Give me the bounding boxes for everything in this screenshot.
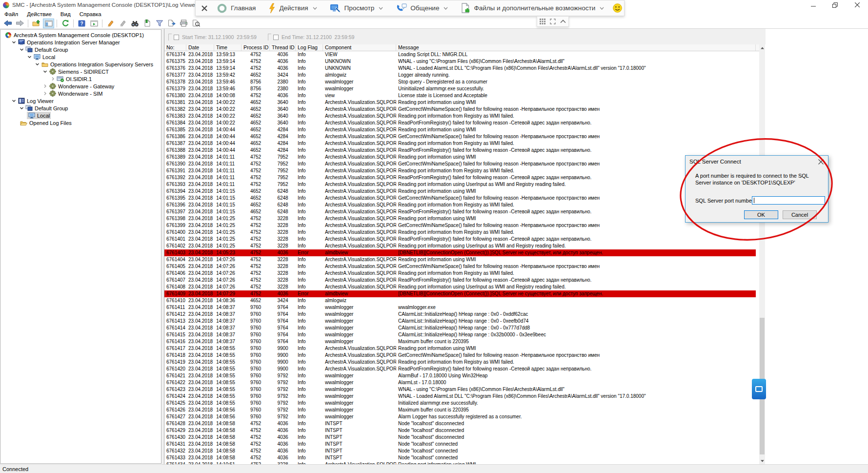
expand-icon[interactable] xyxy=(550,19,556,24)
chevron-down-icon[interactable] xyxy=(11,40,17,45)
export-page-button[interactable] xyxy=(166,19,177,28)
log-row[interactable]: 676139323.04.201814:01:1147527952InfoArc… xyxy=(164,181,756,188)
column-header-time[interactable]: Time xyxy=(214,44,242,51)
log-row[interactable]: 676137623.04.201813:59:1447524036InfoUNK… xyxy=(164,65,756,72)
assist-menu-view[interactable]: Просмотр xyxy=(325,0,388,16)
log-row[interactable]: 676140023.04.201814:01:2547523228InfoArc… xyxy=(164,229,756,236)
chevron-right-icon[interactable] xyxy=(50,76,56,82)
tree-item-default-group-1[interactable]: Default Group xyxy=(0,46,161,53)
log-row[interactable]: 676139023.04.201814:01:1147527952InfoArc… xyxy=(164,161,756,167)
tree-item-siemens-sidirect[interactable]: Siemens - SIDIRECT xyxy=(0,68,161,75)
log-row[interactable]: 676142423.04.201814:08:5597609792Infowwa… xyxy=(164,393,756,400)
vertical-scrollbar[interactable] xyxy=(759,44,765,464)
log-row[interactable]: 676138623.04.201814:00:4446524284InfoArc… xyxy=(164,133,756,140)
tree-item-wonderware-gateway[interactable]: Wonderware - Gateway xyxy=(0,82,161,90)
tree-item-console-root[interactable]: ArchestrA System Management Console (DES… xyxy=(0,31,161,39)
highlighter-orange-button[interactable] xyxy=(105,19,116,28)
log-row[interactable]: 676137723.04.201813:59:4246523424Infoalm… xyxy=(164,72,756,79)
menu-item-3[interactable]: Справка xyxy=(75,10,106,18)
log-row[interactable]: 676139423.04.201814:01:1546526248InfoArc… xyxy=(164,188,756,195)
log-row[interactable]: 676137423.04.201813:59:1347524036InfoVIE… xyxy=(164,51,756,58)
column-header-processid[interactable]: Process ID xyxy=(242,44,270,51)
chevron-down-icon[interactable] xyxy=(19,47,24,52)
log-row[interactable]: 676140323.04.201814:05:2347524036Erroral… xyxy=(164,249,756,256)
column-header-component[interactable]: Component xyxy=(323,44,396,51)
notification-icon[interactable] xyxy=(752,379,766,399)
log-row[interactable]: 676142023.04.201814:08:5597609900InfoArc… xyxy=(164,366,756,372)
log-row[interactable]: 676142523.04.201814:08:5597609792Infowwa… xyxy=(164,400,756,407)
log-row[interactable]: 676142623.04.201814:08:5697609792Infowwa… xyxy=(164,407,756,413)
log-row[interactable]: 676139223.04.201814:01:1147527952InfoArc… xyxy=(164,174,756,181)
column-header-date[interactable]: Date xyxy=(186,44,214,51)
log-row[interactable]: 676138523.04.201814:00:4446524284InfoArc… xyxy=(164,126,756,133)
log-row[interactable]: 676140123.04.201814:01:2547523228InfoArc… xyxy=(164,236,756,243)
ok-button[interactable]: OK xyxy=(744,210,778,219)
column-header-message[interactable]: Message xyxy=(396,44,756,51)
log-row[interactable]: 676138823.04.201814:00:4446524284InfoArc… xyxy=(164,147,756,154)
log-row[interactable]: 676139623.04.201814:01:1546526248InfoArc… xyxy=(164,202,756,208)
log-row[interactable]: 676140623.04.201814:07:2647523228InfoArc… xyxy=(164,270,756,277)
log-row[interactable]: 676141723.04.201814:08:5597609900InfoArc… xyxy=(164,345,756,352)
minimize-button[interactable] xyxy=(802,0,824,10)
folder-up-button[interactable] xyxy=(31,19,42,28)
log-row[interactable]: 676143023.04.201814:08:5847524036InfoINT… xyxy=(164,434,756,441)
scroll-down-button[interactable] xyxy=(759,457,765,464)
chevron-right-icon[interactable] xyxy=(42,83,48,89)
help-button[interactable]: ? xyxy=(76,19,87,28)
close-icon[interactable] xyxy=(201,0,208,16)
end-time-checkbox[interactable] xyxy=(273,35,279,40)
grid-icon[interactable] xyxy=(540,19,545,24)
log-row[interactable]: 676141523.04.201814:08:3797609764Infowwa… xyxy=(164,331,756,338)
log-row[interactable]: 676140223.04.201814:01:2547523228InfoArc… xyxy=(164,243,756,249)
chevron-down-icon[interactable] xyxy=(19,105,24,111)
log-row[interactable]: 676137823.04.201813:59:4687562380Infowwa… xyxy=(164,79,756,85)
smiley-icon[interactable] xyxy=(612,0,623,16)
tree-item-log-viewer[interactable]: Log Viewer xyxy=(0,97,161,104)
menu-item-1[interactable]: Действие xyxy=(22,10,56,18)
log-row[interactable]: 676142123.04.201814:08:5597609792Infowwa… xyxy=(164,372,756,379)
log-row[interactable]: 676140923.04.201814:07:2947524036Erroral… xyxy=(164,290,756,297)
back-arrow-button[interactable] xyxy=(2,19,13,28)
log-row[interactable]: 676140723.04.201814:07:2647523228InfoArc… xyxy=(164,277,756,284)
assist-menu-home[interactable]: Главная xyxy=(212,0,260,16)
window-play-button[interactable] xyxy=(88,19,100,28)
column-header-no[interactable]: No: xyxy=(164,44,186,51)
start-time-checkbox[interactable] xyxy=(174,35,179,40)
log-row[interactable]: 676141223.04.201814:08:3797609764Infowwa… xyxy=(164,311,756,318)
scroll-up-button[interactable] xyxy=(759,44,765,51)
chevron-down-icon[interactable] xyxy=(11,98,17,103)
assist-menu-files-extras[interactable]: Файлы и дополнительные возможности xyxy=(456,0,608,16)
log-row[interactable]: 676140523.04.201814:07:2647523228InfoArc… xyxy=(164,263,756,270)
log-row[interactable]: 676138023.04.201814:00:0847524036Infovie… xyxy=(164,92,756,99)
binoculars-find-button[interactable] xyxy=(129,19,141,28)
tree-item-default-group-2[interactable]: Default Group xyxy=(0,104,161,112)
log-row[interactable]: 676138123.04.201814:00:2246523640InfoArc… xyxy=(164,99,756,106)
chevron-up-icon[interactable] xyxy=(560,20,566,23)
log-row[interactable]: 676141823.04.201814:08:5597609900InfoArc… xyxy=(164,352,756,359)
page-bookmark-button[interactable] xyxy=(141,19,153,28)
tree-item-oi-sidir-1[interactable]: OI.SIDIR.1 xyxy=(0,75,161,82)
chevron-down-icon[interactable] xyxy=(42,69,48,74)
chevron-down-icon[interactable] xyxy=(27,54,32,60)
log-row[interactable]: 676143223.04.201814:08:5847524036InfoINT… xyxy=(164,448,756,454)
log-row[interactable]: 676143323.04.201814:08:5847524036InfoINT… xyxy=(164,454,756,461)
log-row[interactable]: 676140823.04.201814:07:2647523228InfoArc… xyxy=(164,284,756,290)
tree-item-wonderware-sim[interactable]: Wonderware - SIM xyxy=(0,90,161,97)
log-row[interactable]: 676138923.04.201814:01:1147527952InfoArc… xyxy=(164,154,756,161)
column-header-threadid[interactable]: Thread ID xyxy=(270,44,296,51)
log-row[interactable]: 676138323.04.201814:00:2246523640InfoArc… xyxy=(164,113,756,120)
log-row[interactable]: 676141123.04.201814:08:3797609764Infowwa… xyxy=(164,304,756,311)
filter-funnel-button[interactable] xyxy=(154,19,165,28)
log-row[interactable]: 676137523.04.201813:59:1447524036InfoUNK… xyxy=(164,58,756,65)
chevron-right-icon[interactable] xyxy=(42,91,48,96)
log-row[interactable]: 676138723.04.201814:00:4446524284InfoArc… xyxy=(164,140,756,147)
printer-button[interactable] xyxy=(178,19,189,28)
log-row[interactable]: 676141023.04.201814:08:3646523424Infoalm… xyxy=(164,297,756,304)
highlighter-gray-button[interactable] xyxy=(117,19,128,28)
log-row[interactable]: 676140423.04.201814:07:2647523228InfoArc… xyxy=(164,256,756,263)
tree-item-opened-log-files[interactable]: Opened Log Files xyxy=(0,119,161,126)
print-preview-button[interactable] xyxy=(190,19,202,28)
column-header-logflag[interactable]: Log Flag xyxy=(296,44,323,51)
dialog-close-icon[interactable] xyxy=(816,158,825,165)
log-row[interactable]: 676139523.04.201814:01:1546526248InfoArc… xyxy=(164,195,756,202)
